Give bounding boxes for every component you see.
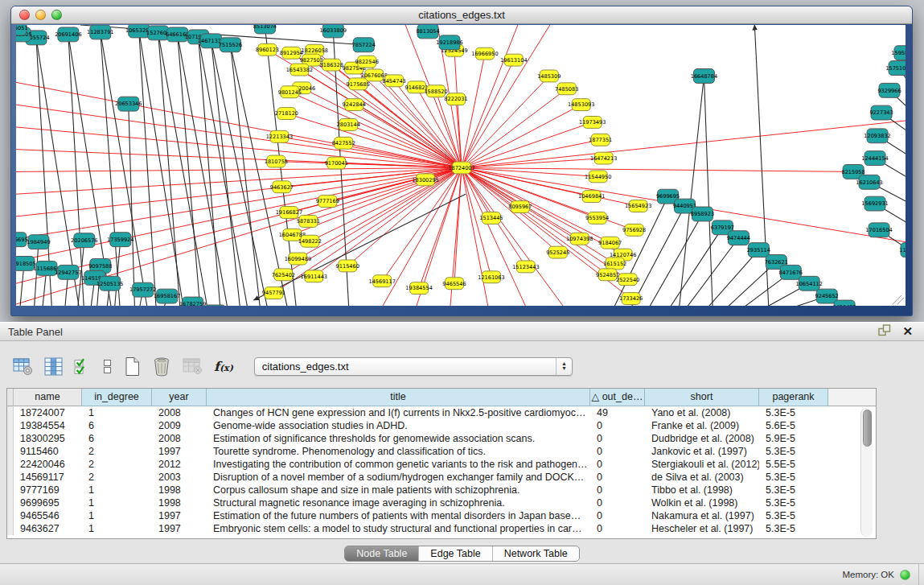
column-header-in_degree[interactable]: in_degree <box>82 389 152 406</box>
table-cell[interactable]: Disruption of a novel member of a sodium… <box>207 471 590 484</box>
table-cell[interactable]: 5.3E-5 <box>759 471 828 484</box>
table-cell[interactable]: 18724007 <box>14 406 82 419</box>
table-cell[interactable]: 5.3E-5 <box>759 496 828 509</box>
table-cell[interactable]: Dudbridge et al. (2008) <box>645 432 759 445</box>
teal-node[interactable]: 19218986 <box>436 35 462 50</box>
table-cell[interactable]: 19384554 <box>14 419 82 432</box>
red-edge[interactable] <box>462 159 604 168</box>
yellow-node[interactable]: 1877351 <box>589 134 612 146</box>
teal-node[interactable]: 20206576 <box>71 233 97 248</box>
teal-node[interactable]: 17359924 <box>107 233 133 247</box>
network-canvas[interactable]: 1872400789601238912954182260589827503165… <box>16 25 906 306</box>
teal-node[interactable]: 1984949 <box>27 235 50 249</box>
scrollbar-thumb[interactable] <box>863 410 872 447</box>
black-edge[interactable] <box>139 31 157 306</box>
table-cell[interactable]: 1998 <box>152 484 207 496</box>
red-edge[interactable] <box>462 54 485 168</box>
black-edge[interactable] <box>199 37 221 306</box>
minimize-window-icon[interactable] <box>35 10 46 20</box>
yellow-node[interactable]: 1485309 <box>537 70 561 82</box>
teal-node[interactable]: 9915051 <box>16 25 28 35</box>
yellow-node[interactable]: 8960123 <box>256 43 279 56</box>
close-panel-icon[interactable]: ✕ <box>902 326 913 337</box>
table-cell[interactable]: Estimation of significance thresholds fo… <box>207 432 590 445</box>
table-row[interactable]: 977716911998Corpus callosum shape and si… <box>7 484 876 496</box>
table-cell[interactable]: Nakamura et al. (1997) <box>645 509 759 522</box>
table-cell[interactable]: Tourette syndrome. Phenomenology and cla… <box>207 445 590 458</box>
teal-node[interactable]: 8513074 <box>253 25 277 34</box>
yellow-node[interactable]: 8186328 <box>320 59 343 71</box>
table-cell[interactable]: Tibbo et al. (1998) <box>645 484 759 496</box>
table-row[interactable]: 1938455462009Genome-wide association stu… <box>7 419 876 432</box>
teal-node[interactable]: 9329966 <box>877 83 901 97</box>
yellow-node[interactable]: 2522540 <box>616 274 639 286</box>
table-row[interactable]: 946362711997Embryonic stem cells: a mode… <box>7 522 876 535</box>
zoom-window-icon[interactable] <box>51 10 62 20</box>
table-row[interactable]: 969969511998Structural magnetic resonanc… <box>7 496 876 509</box>
table-cell[interactable]: 1997 <box>152 445 207 458</box>
table-cell[interactable]: 6 <box>82 419 152 432</box>
yellow-node[interactable]: 1733426 <box>619 293 643 305</box>
table-cell[interactable]: 0 <box>590 484 645 496</box>
teal-node[interactable]: 17016504 <box>865 223 892 237</box>
table-cell[interactable]: 1 <box>82 496 152 509</box>
table-cell[interactable]: 5.3E-5 <box>759 522 828 535</box>
yellow-node[interactable]: 16099489 <box>285 253 311 265</box>
teal-node[interactable]: 16958167 <box>154 289 180 303</box>
table-cell[interactable]: 5.6E-5 <box>759 419 828 432</box>
table-cell[interactable]: 5.3E-5 <box>759 445 828 458</box>
column-header-short[interactable]: short <box>645 389 759 406</box>
teal-node[interactable]: 7857224 <box>352 38 376 52</box>
table-column-icon[interactable] <box>44 357 63 376</box>
table-cell[interactable]: 9465546 <box>14 509 82 522</box>
yellow-node[interactable]: 8095967 <box>508 201 532 213</box>
yellow-node[interactable]: 1615152 <box>603 257 626 270</box>
table-cell[interactable]: 2008 <box>152 406 207 419</box>
yellow-node[interactable]: 9170041 <box>325 157 348 169</box>
yellow-node[interactable]: 1513445 <box>479 212 503 225</box>
red-edge[interactable] <box>462 140 601 168</box>
yellow-node[interactable]: 8427552 <box>332 137 355 149</box>
yellow-node[interactable]: 9801245 <box>278 86 302 98</box>
black-edge[interactable] <box>700 250 758 306</box>
table-cell[interactable]: 2008 <box>152 432 207 445</box>
table-cell[interactable]: 9115460 <box>14 445 82 458</box>
teal-node[interactable]: 20691406 <box>55 27 81 42</box>
teal-node[interactable]: 2935114 <box>747 243 770 257</box>
yellow-node[interactable]: 9756928 <box>622 224 646 236</box>
yellow-node[interactable]: 7625402 <box>272 269 295 281</box>
table-cell[interactable]: de Silva et al. (2003) <box>645 471 759 484</box>
table-cell[interactable]: 9463627 <box>14 522 82 535</box>
table-cell[interactable]: 14569117 <box>14 471 82 484</box>
red-edge[interactable] <box>279 137 462 168</box>
yellow-node[interactable]: 19613104 <box>500 54 527 66</box>
yellow-node[interactable]: 1588520 <box>424 85 447 97</box>
table-cell[interactable]: 5.5E-5 <box>759 458 828 471</box>
column-header-name[interactable]: name <box>14 389 82 406</box>
column-header-pagerank[interactable]: pagerank <box>759 389 828 406</box>
table-settings-icon[interactable] <box>13 357 33 376</box>
yellow-node[interactable]: 9463627 <box>270 181 294 193</box>
table-cell[interactable]: Hescheler et al. (1997) <box>645 522 759 535</box>
yellow-node[interactable]: 8222031 <box>444 93 467 105</box>
red-edge[interactable] <box>462 105 581 167</box>
table-cell[interactable]: Jankovic et al. (1997) <box>645 445 759 458</box>
row-squares-icon[interactable] <box>102 357 113 376</box>
red-edge[interactable] <box>462 121 906 167</box>
yellow-node[interactable]: 9822546 <box>355 56 379 68</box>
table-cell[interactable]: 0 <box>590 458 645 471</box>
function-fx-icon[interactable]: f(x) <box>214 359 233 374</box>
yellow-node[interactable]: 9242844 <box>343 99 366 111</box>
red-edge[interactable] <box>290 92 462 167</box>
teal-node[interactable]: 12444154 <box>861 151 888 166</box>
table-cell[interactable]: 2 <box>82 445 152 458</box>
table-cell[interactable]: Corpus callosum shape and size in male p… <box>207 484 590 496</box>
yellow-node[interactable]: 9553954 <box>585 212 609 225</box>
table-cell[interactable]: 5.3E-5 <box>759 484 828 496</box>
table-cell[interactable]: Embryonic stem cells: a model to study s… <box>207 522 590 535</box>
teal-node[interactable]: 8471676 <box>779 265 803 279</box>
table-cell[interactable]: Genome-wide association studies in ADHD. <box>207 419 590 432</box>
table-cell[interactable]: Changes of HCN gene expression and I(f) … <box>207 406 590 419</box>
teal-node[interactable]: 15958211 <box>891 46 906 60</box>
yellow-node[interactable]: 9115460 <box>336 260 359 272</box>
